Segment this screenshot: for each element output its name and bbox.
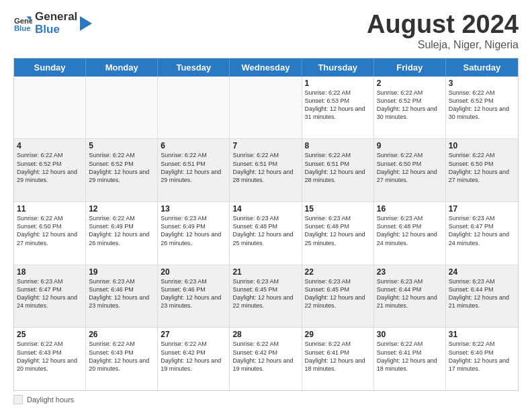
cell-info: Sunrise: 6:22 AM Sunset: 6:52 PM Dayligh…	[449, 89, 515, 122]
footer: Daylight hours	[13, 395, 519, 404]
calendar-cell: 13Sunrise: 6:23 AM Sunset: 6:49 PM Dayli…	[158, 202, 230, 265]
cell-info: Sunrise: 6:22 AM Sunset: 6:42 PM Dayligh…	[232, 340, 298, 373]
day-number: 12	[89, 204, 154, 214]
day-number: 3	[449, 79, 515, 88]
day-number: 24	[449, 267, 515, 277]
calendar-cell: 14Sunrise: 6:23 AM Sunset: 6:48 PM Dayli…	[230, 202, 302, 265]
calendar-cell: 30Sunrise: 6:22 AM Sunset: 6:41 PM Dayli…	[374, 328, 446, 390]
day-number: 11	[17, 204, 83, 214]
cell-info: Sunrise: 6:22 AM Sunset: 6:41 PM Dayligh…	[377, 340, 443, 373]
calendar-cell	[158, 77, 230, 139]
cell-info: Sunrise: 6:23 AM Sunset: 6:47 PM Dayligh…	[17, 277, 83, 310]
day-number: 2	[377, 79, 443, 88]
day-number: 5	[89, 141, 154, 150]
calendar-header-cell: Monday	[86, 58, 158, 77]
cell-info: Sunrise: 6:22 AM Sunset: 6:50 PM Dayligh…	[377, 151, 443, 184]
calendar-row: 1Sunrise: 6:22 AM Sunset: 6:53 PM Daylig…	[14, 77, 518, 140]
calendar-header-cell: Tuesday	[158, 58, 230, 77]
day-number: 8	[305, 141, 371, 150]
calendar-cell: 6Sunrise: 6:22 AM Sunset: 6:51 PM Daylig…	[158, 139, 230, 201]
cell-info: Sunrise: 6:22 AM Sunset: 6:40 PM Dayligh…	[449, 340, 515, 373]
cell-info: Sunrise: 6:23 AM Sunset: 6:44 PM Dayligh…	[449, 277, 515, 310]
calendar-header-cell: Saturday	[446, 58, 518, 77]
calendar-header-cell: Wednesday	[230, 58, 302, 77]
cell-info: Sunrise: 6:22 AM Sunset: 6:51 PM Dayligh…	[232, 151, 298, 184]
calendar-cell: 21Sunrise: 6:23 AM Sunset: 6:45 PM Dayli…	[230, 265, 302, 328]
calendar-cell: 31Sunrise: 6:22 AM Sunset: 6:40 PM Dayli…	[446, 328, 518, 390]
calendar-header-cell: Sunday	[14, 58, 86, 77]
cell-info: Sunrise: 6:22 AM Sunset: 6:53 PM Dayligh…	[305, 89, 371, 122]
calendar-cell: 16Sunrise: 6:23 AM Sunset: 6:48 PM Dayli…	[374, 202, 446, 265]
day-number: 23	[377, 267, 443, 277]
day-number: 1	[305, 79, 371, 88]
page-subtitle: Suleja, Niger, Nigeria	[367, 39, 519, 51]
calendar-cell: 20Sunrise: 6:23 AM Sunset: 6:46 PM Dayli…	[158, 265, 230, 328]
day-number: 10	[449, 141, 515, 150]
cell-info: Sunrise: 6:22 AM Sunset: 6:43 PM Dayligh…	[17, 340, 83, 373]
day-number: 26	[89, 330, 154, 339]
cell-info: Sunrise: 6:22 AM Sunset: 6:43 PM Dayligh…	[89, 340, 154, 373]
calendar-cell: 29Sunrise: 6:22 AM Sunset: 6:41 PM Dayli…	[302, 328, 374, 390]
day-number: 29	[305, 330, 371, 339]
cell-info: Sunrise: 6:22 AM Sunset: 6:51 PM Dayligh…	[305, 151, 371, 184]
cell-info: Sunrise: 6:23 AM Sunset: 6:49 PM Dayligh…	[161, 214, 226, 247]
logo-general: General	[35, 11, 77, 24]
day-number: 17	[449, 204, 515, 214]
cell-info: Sunrise: 6:23 AM Sunset: 6:45 PM Dayligh…	[305, 277, 371, 310]
calendar-cell: 3Sunrise: 6:22 AM Sunset: 6:52 PM Daylig…	[446, 77, 518, 139]
calendar-cell: 5Sunrise: 6:22 AM Sunset: 6:52 PM Daylig…	[86, 139, 158, 201]
cell-info: Sunrise: 6:22 AM Sunset: 6:52 PM Dayligh…	[377, 89, 443, 122]
cell-info: Sunrise: 6:22 AM Sunset: 6:51 PM Dayligh…	[161, 151, 226, 184]
cell-info: Sunrise: 6:23 AM Sunset: 6:44 PM Dayligh…	[377, 277, 443, 310]
logo: General Blue General Blue	[13, 11, 92, 36]
cell-info: Sunrise: 6:23 AM Sunset: 6:48 PM Dayligh…	[305, 214, 371, 247]
day-number: 30	[377, 330, 443, 339]
calendar-cell	[230, 77, 302, 139]
calendar-cell: 9Sunrise: 6:22 AM Sunset: 6:50 PM Daylig…	[374, 139, 446, 201]
footer-label: Daylight hours	[27, 396, 74, 404]
calendar-cell: 27Sunrise: 6:22 AM Sunset: 6:42 PM Dayli…	[158, 328, 230, 390]
page-title: August 2024	[367, 11, 519, 39]
cell-info: Sunrise: 6:22 AM Sunset: 6:41 PM Dayligh…	[305, 340, 371, 373]
day-number: 18	[17, 267, 83, 277]
calendar-cell: 17Sunrise: 6:23 AM Sunset: 6:47 PM Dayli…	[446, 202, 518, 265]
calendar-cell: 7Sunrise: 6:22 AM Sunset: 6:51 PM Daylig…	[230, 139, 302, 201]
cell-info: Sunrise: 6:22 AM Sunset: 6:49 PM Dayligh…	[89, 214, 154, 247]
day-number: 20	[161, 267, 226, 277]
cell-info: Sunrise: 6:22 AM Sunset: 6:50 PM Dayligh…	[17, 214, 83, 247]
cell-info: Sunrise: 6:22 AM Sunset: 6:52 PM Dayligh…	[89, 151, 154, 184]
cell-info: Sunrise: 6:22 AM Sunset: 6:42 PM Dayligh…	[161, 340, 226, 373]
day-number: 4	[17, 141, 83, 150]
calendar-cell	[14, 77, 86, 139]
day-number: 6	[161, 141, 226, 150]
calendar-header-cell: Thursday	[302, 58, 374, 77]
calendar-row: 11Sunrise: 6:22 AM Sunset: 6:50 PM Dayli…	[14, 202, 518, 265]
calendar-row: 18Sunrise: 6:23 AM Sunset: 6:47 PM Dayli…	[14, 265, 518, 328]
day-number: 22	[305, 267, 371, 277]
title-section: August 2024 Suleja, Niger, Nigeria	[367, 11, 519, 51]
calendar-cell: 11Sunrise: 6:22 AM Sunset: 6:50 PM Dayli…	[14, 202, 86, 265]
cell-info: Sunrise: 6:23 AM Sunset: 6:46 PM Dayligh…	[161, 277, 226, 310]
svg-marker-3	[80, 16, 92, 31]
logo-icon: General Blue	[13, 14, 32, 33]
calendar-cell: 18Sunrise: 6:23 AM Sunset: 6:47 PM Dayli…	[14, 265, 86, 328]
page: General Blue General Blue August 2024 Su…	[0, 0, 532, 411]
logo-blue: Blue	[35, 24, 77, 36]
day-number: 7	[232, 141, 298, 150]
day-number: 16	[377, 204, 443, 214]
calendar-cell: 15Sunrise: 6:23 AM Sunset: 6:48 PM Dayli…	[302, 202, 374, 265]
cell-info: Sunrise: 6:23 AM Sunset: 6:48 PM Dayligh…	[232, 214, 298, 247]
day-number: 25	[17, 330, 83, 339]
day-number: 9	[377, 141, 443, 150]
cell-info: Sunrise: 6:23 AM Sunset: 6:48 PM Dayligh…	[377, 214, 443, 247]
day-number: 31	[449, 330, 515, 339]
calendar-cell: 19Sunrise: 6:23 AM Sunset: 6:46 PM Dayli…	[86, 265, 158, 328]
calendar-cell: 26Sunrise: 6:22 AM Sunset: 6:43 PM Dayli…	[86, 328, 158, 390]
calendar: SundayMondayTuesdayWednesdayThursdayFrid…	[13, 58, 519, 391]
cell-info: Sunrise: 6:23 AM Sunset: 6:47 PM Dayligh…	[449, 214, 515, 247]
calendar-cell: 25Sunrise: 6:22 AM Sunset: 6:43 PM Dayli…	[14, 328, 86, 390]
day-number: 21	[232, 267, 298, 277]
cell-info: Sunrise: 6:23 AM Sunset: 6:46 PM Dayligh…	[89, 277, 154, 310]
calendar-cell: 24Sunrise: 6:23 AM Sunset: 6:44 PM Dayli…	[446, 265, 518, 328]
day-number: 19	[89, 267, 154, 277]
